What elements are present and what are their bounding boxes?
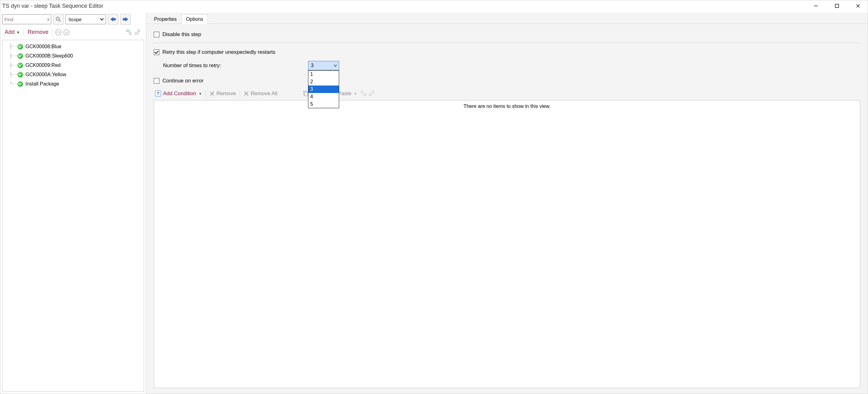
retry-count-combo[interactable]: 3 12345 xyxy=(308,61,339,70)
tree-item[interactable]: ├··GCK0000B:Sleep600 xyxy=(2,51,144,61)
retry-step-row: Retry this step if computer unexpectedly… xyxy=(154,47,860,57)
svg-text:?: ? xyxy=(157,91,159,96)
retry-count-row: Number of times to retry: 3 12345 xyxy=(154,61,860,70)
disable-step-row: Disable this step xyxy=(154,30,860,39)
scope-label: Scope xyxy=(68,17,82,22)
main-body: x Scope xyxy=(0,13,868,394)
svg-rect-13 xyxy=(138,30,140,32)
chevron-down-icon xyxy=(100,18,104,21)
left-pane: x Scope xyxy=(0,13,146,394)
find-clear-button[interactable]: x xyxy=(47,17,50,22)
tree-item-label: GCK0000B:Sleep600 xyxy=(26,52,73,60)
left-toolbar: x Scope xyxy=(0,13,146,26)
find-wrap: x xyxy=(2,14,51,24)
move-up-button[interactable] xyxy=(125,29,132,36)
search-button[interactable] xyxy=(53,14,64,25)
tree-item-label: GCK00008:Blue xyxy=(26,43,61,51)
tab-options[interactable]: Options xyxy=(181,14,208,24)
retry-count-option[interactable]: 1 xyxy=(308,71,339,78)
disable-step-label: Disable this step xyxy=(162,31,201,38)
success-icon xyxy=(18,53,23,59)
cond-move-up-button[interactable] xyxy=(361,90,367,97)
svg-point-9 xyxy=(64,30,69,35)
right-pane: Properties Options Disable this step Ret… xyxy=(146,13,868,394)
tree-move-down-icon xyxy=(134,29,141,36)
remove-button[interactable]: Remove xyxy=(26,28,50,37)
continue-on-error-row: Continue on error xyxy=(154,76,860,86)
svg-rect-11 xyxy=(129,33,131,34)
chevron-down-icon xyxy=(334,64,337,67)
svg-rect-27 xyxy=(372,91,374,93)
maximize-button[interactable] xyxy=(830,1,844,11)
success-icon xyxy=(18,44,23,50)
retry-count-option[interactable]: 5 xyxy=(308,101,339,108)
tree-move-up-icon xyxy=(361,90,367,97)
svg-point-4 xyxy=(56,17,59,20)
add-condition-button[interactable]: ? Add Condition ▼ xyxy=(155,90,202,97)
tree-item[interactable]: ├··GCK0000A:Yellow xyxy=(2,70,144,79)
retry-count-option[interactable]: 3 xyxy=(308,86,339,93)
move-down-button[interactable] xyxy=(134,29,141,36)
tree-item-label: GCK0000A:Yellow xyxy=(26,71,66,79)
tree-item[interactable]: ├··GCK00009:Red xyxy=(2,61,144,70)
window-title: TS dyn var - sleep Task Sequence Editor xyxy=(2,3,103,9)
minimize-button[interactable] xyxy=(809,1,823,11)
scope-select[interactable]: Scope xyxy=(65,14,106,24)
add-menu-button[interactable]: Add ▼ xyxy=(3,28,21,37)
chevron-down-circle-icon xyxy=(63,29,70,36)
svg-marker-7 xyxy=(123,18,128,21)
tree-move-up-icon xyxy=(125,29,132,36)
titlebar: TS dyn var - sleep Task Sequence Editor xyxy=(0,0,868,13)
search-icon xyxy=(56,17,61,22)
expand-all-button[interactable] xyxy=(63,29,70,36)
step-tree[interactable]: ├··GCK00008:Blue├··GCK0000B:Sleep600├··G… xyxy=(2,40,144,392)
svg-rect-24 xyxy=(361,91,363,93)
tree-item[interactable]: └··Install Package xyxy=(2,79,144,89)
conditions-empty-text: There are no items to show in this view. xyxy=(463,104,550,388)
tree-item[interactable]: ├··GCK00008:Blue xyxy=(2,42,144,51)
retry-step-label: Retry this step if computer unexpectedly… xyxy=(162,49,275,55)
cond-remove-button[interactable]: Remove xyxy=(210,90,236,97)
retry-count-dropdown[interactable]: 12345 xyxy=(308,70,339,108)
cond-remove-all-button[interactable]: Remove All xyxy=(244,90,277,97)
caret-down-icon: ▼ xyxy=(17,30,20,34)
retry-step-checkbox[interactable] xyxy=(154,50,159,55)
copy-icon xyxy=(303,91,308,96)
svg-rect-26 xyxy=(369,94,371,96)
window: TS dyn var - sleep Task Sequence Editor … xyxy=(0,0,868,394)
success-icon xyxy=(18,81,23,87)
collapse-all-button[interactable] xyxy=(55,29,62,36)
retry-count-value-box[interactable]: 3 xyxy=(308,61,339,70)
retry-count-value: 3 xyxy=(311,63,314,68)
close-button[interactable] xyxy=(851,1,865,11)
arrow-left-icon xyxy=(110,17,116,22)
svg-rect-1 xyxy=(835,4,839,8)
retry-count-option[interactable]: 2 xyxy=(308,78,339,86)
cond-move-down-button[interactable] xyxy=(369,90,375,97)
conditions-list[interactable]: There are no items to show in this view. xyxy=(154,100,860,388)
chevron-up-circle-icon xyxy=(55,29,62,36)
left-toolbar-2: Add ▼ Remove xyxy=(0,26,146,38)
nav-forward-button[interactable] xyxy=(120,14,131,25)
svg-line-5 xyxy=(59,20,61,22)
retry-count-option[interactable]: 4 xyxy=(308,93,339,101)
caret-down-icon: ▼ xyxy=(354,92,357,95)
tree-move-down-icon xyxy=(369,90,375,97)
svg-rect-25 xyxy=(364,94,366,96)
success-icon xyxy=(18,62,23,68)
svg-point-8 xyxy=(56,30,61,35)
caret-down-icon: ▼ xyxy=(199,92,202,95)
success-icon xyxy=(18,72,23,78)
window-controls xyxy=(809,1,865,11)
svg-rect-21 xyxy=(305,92,308,96)
arrow-right-icon xyxy=(122,17,129,22)
find-input[interactable] xyxy=(2,14,51,24)
tree-item-label: Install Package xyxy=(26,80,59,88)
disable-step-checkbox[interactable] xyxy=(154,32,159,37)
continue-on-error-label: Continue on error xyxy=(162,78,204,84)
retry-count-label: Number of times to retry: xyxy=(163,62,221,69)
continue-on-error-checkbox[interactable] xyxy=(154,78,159,84)
x-icon xyxy=(244,91,249,96)
nav-back-button[interactable] xyxy=(108,14,118,25)
tab-properties[interactable]: Properties xyxy=(149,14,181,24)
